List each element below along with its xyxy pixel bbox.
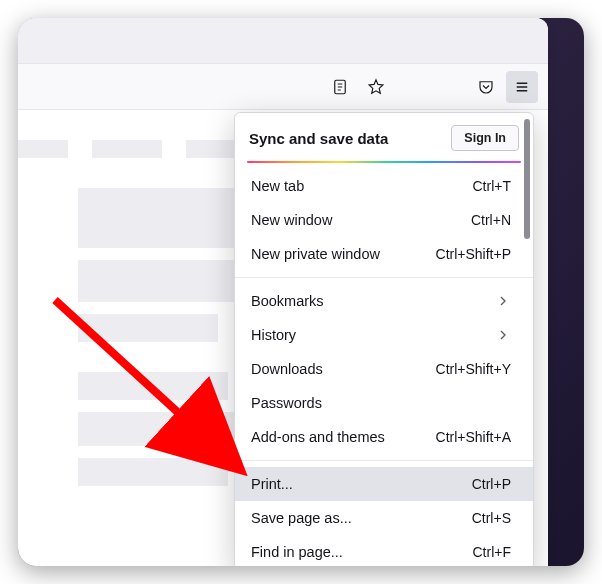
menu-item-label: New window xyxy=(251,212,332,228)
menu-item-shortcut: Ctrl+Shift+Y xyxy=(436,361,511,377)
bookmark-star-icon[interactable] xyxy=(360,71,392,103)
menu-item-label: Print... xyxy=(251,476,293,492)
chevron-right-icon xyxy=(495,293,511,309)
menu-scrollbar[interactable] xyxy=(524,119,530,563)
menu-item-label: Find in page... xyxy=(251,544,343,560)
menu-scrollbar-thumb[interactable] xyxy=(524,119,530,239)
menu-item-print[interactable]: Print... Ctrl+P xyxy=(235,467,533,501)
menu-item-label: Bookmarks xyxy=(251,293,324,309)
menu-item-shortcut: Ctrl+N xyxy=(471,212,511,228)
menu-item-addons[interactable]: Add-ons and themes Ctrl+Shift+A xyxy=(235,420,533,454)
menu-item-label: New private window xyxy=(251,246,380,262)
toolbar xyxy=(18,64,548,110)
browser-window: Sync and save data Sign In New tab Ctrl+… xyxy=(18,18,548,566)
reader-view-icon[interactable] xyxy=(324,71,356,103)
menu-item-shortcut: Ctrl+P xyxy=(472,476,511,492)
menu-item-label: Downloads xyxy=(251,361,323,377)
menu-item-passwords[interactable]: Passwords xyxy=(235,386,533,420)
hamburger-menu-button[interactable] xyxy=(506,71,538,103)
menu-sync-title: Sync and save data xyxy=(249,130,388,147)
sign-in-button[interactable]: Sign In xyxy=(451,125,519,151)
application-menu: Sync and save data Sign In New tab Ctrl+… xyxy=(234,112,534,566)
menu-item-label: Add-ons and themes xyxy=(251,429,385,445)
menu-item-save-page-as[interactable]: Save page as... Ctrl+S xyxy=(235,501,533,535)
chevron-right-icon xyxy=(495,327,511,343)
menu-item-shortcut: Ctrl+Shift+P xyxy=(436,246,511,262)
menu-item-shortcut: Ctrl+S xyxy=(472,510,511,526)
menu-item-history[interactable]: History xyxy=(235,318,533,352)
menu-item-new-window[interactable]: New window Ctrl+N xyxy=(235,203,533,237)
menu-item-new-private-window[interactable]: New private window Ctrl+Shift+P xyxy=(235,237,533,271)
menu-item-label: New tab xyxy=(251,178,304,194)
menu-item-downloads[interactable]: Downloads Ctrl+Shift+Y xyxy=(235,352,533,386)
desktop-background: Sync and save data Sign In New tab Ctrl+… xyxy=(18,18,584,566)
menu-item-label: History xyxy=(251,327,296,343)
menu-item-bookmarks[interactable]: Bookmarks xyxy=(235,284,533,318)
tab-strip xyxy=(18,18,548,64)
menu-item-shortcut: Ctrl+T xyxy=(473,178,512,194)
menu-item-label: Save page as... xyxy=(251,510,352,526)
menu-item-label: Passwords xyxy=(251,395,322,411)
menu-separator xyxy=(235,277,533,278)
menu-item-shortcut: Ctrl+F xyxy=(473,544,512,560)
menu-separator xyxy=(235,460,533,461)
menu-item-new-tab[interactable]: New tab Ctrl+T xyxy=(235,169,533,203)
pocket-icon[interactable] xyxy=(470,71,502,103)
menu-item-shortcut: Ctrl+Shift+A xyxy=(436,429,511,445)
rainbow-separator xyxy=(247,161,521,163)
menu-item-find-in-page[interactable]: Find in page... Ctrl+F xyxy=(235,535,533,566)
